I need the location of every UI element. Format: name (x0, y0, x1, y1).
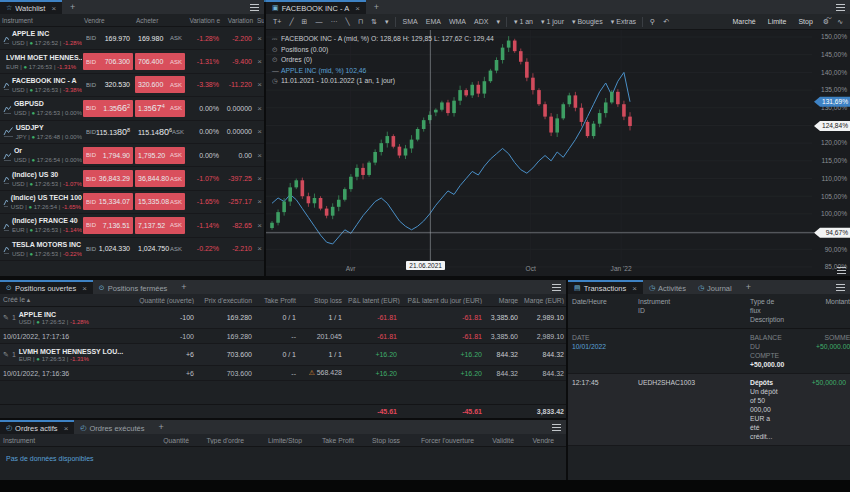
zoom-tool-icon[interactable]: ⚲ (647, 17, 658, 27)
draw-tool-icon[interactable]: ╲ (342, 17, 352, 27)
positions-toggle-icon[interactable]: ⊙ (272, 45, 281, 56)
chart-menu-icon[interactable] (836, 4, 845, 11)
bid-cell[interactable]: BID706.300 (83, 53, 133, 70)
ask-cell[interactable]: 1,024.750ASK (135, 240, 185, 257)
tab-open-positions[interactable]: ⊙ Positions ouvertes × (0, 280, 93, 294)
bid-cell[interactable]: BID36,843.29 (83, 170, 133, 187)
remove-instrument-icon[interactable]: × (255, 221, 264, 230)
remove-instrument-icon[interactable]: × (255, 104, 264, 113)
position-row[interactable]: ✎1LVMH MOET HENNESSY LOU...EUR | ● 17:26… (0, 344, 566, 366)
draw-tool-icon[interactable]: T+ (270, 17, 284, 26)
remove-instrument-icon[interactable]: × (255, 34, 264, 43)
position-stop-loss[interactable]: 201.045 (299, 333, 345, 340)
watchlist-menu-icon[interactable] (250, 4, 259, 11)
watchlist-row[interactable]: OrUSD | ● 17:26:54 | 0.00%BID1,794.901,7… (0, 144, 264, 167)
tab-active-orders[interactable]: ◴ Ordres actifs × (0, 420, 74, 434)
orders-toggle-icon[interactable]: ⊙ (272, 55, 281, 66)
positions-menu-icon[interactable] (552, 284, 561, 291)
position-stop-loss[interactable]: 1 / 1 (299, 314, 345, 321)
ask-cell[interactable]: 706.400ASK (135, 53, 185, 70)
bid-cell[interactable]: BID1,024.330 (83, 240, 133, 257)
remove-instrument-icon[interactable]: × (255, 174, 264, 183)
pulse-icon[interactable]: ∿ (834, 17, 846, 27)
bid-cell[interactable]: BID115.13808 (83, 123, 133, 140)
edit-position-icon[interactable]: ✎ (3, 314, 9, 322)
add-orders-tab-button[interactable]: + (150, 420, 171, 434)
add-chart-tab-button[interactable]: + (366, 0, 387, 14)
close-icon[interactable]: × (355, 4, 360, 13)
bid-cell[interactable]: BID1,794.90 (83, 147, 133, 164)
chart-select[interactable]: ▾ 1 jour (538, 17, 567, 27)
chart-bottom-menu-icon[interactable] (837, 267, 846, 274)
remove-instrument-icon[interactable]: × (255, 244, 264, 253)
chart-select[interactable]: ▾ 1 an (511, 17, 536, 27)
remove-instrument-icon[interactable]: × (255, 57, 264, 66)
ask-cell[interactable]: 169.980ASK (135, 30, 185, 47)
indicator-button[interactable]: SMA (400, 17, 421, 26)
position-take-profit[interactable]: -- (255, 333, 299, 340)
ask-cell[interactable]: 36,844.80ASK (135, 170, 185, 187)
watchlist-row[interactable]: FACEBOOK INC - AUSD | ● 17:26:53 | -3.38… (0, 74, 264, 97)
watchlist-row[interactable]: TESLA MOTORS INCUSD | ● 17:26:53 | -0.22… (0, 238, 264, 261)
indicator-button[interactable]: WMA (446, 17, 469, 26)
bid-cell[interactable]: BID1.35662 (83, 100, 133, 117)
position-row[interactable]: ✎1APPLE INCUSD | ● 17:26:52 | -1.28%-100… (0, 307, 566, 329)
remove-instrument-icon[interactable]: × (255, 80, 264, 89)
tab-activities[interactable]: ◷ Activités (643, 280, 692, 294)
ask-cell[interactable]: 1,795.20ASK (135, 147, 185, 164)
position-take-profit[interactable]: -- (255, 370, 299, 377)
close-icon[interactable]: × (82, 284, 87, 293)
transactions-menu-icon[interactable] (836, 284, 845, 291)
ask-cell[interactable]: 115.14806ASK (135, 123, 185, 140)
market-order-button[interactable]: Marché (727, 17, 760, 26)
chart-select[interactable]: ▾ Bougies (569, 17, 606, 27)
position-take-profit[interactable]: 0 / 1 (255, 351, 299, 358)
watchlist-row[interactable]: LVMH MOET HENNES...EUR | ● 17:26:53 | -1… (0, 50, 264, 73)
watchlist-row[interactable]: GBPUSDUSD | ● 17:26:53 | 0.00%BID1.35662… (0, 97, 264, 120)
stop-order-button[interactable]: Stop (793, 17, 817, 26)
tab-chart-facebook[interactable]: ▣ FACEBOOK INC - A × (266, 0, 366, 14)
remove-instrument-icon[interactable]: × (255, 151, 264, 160)
tab-journal[interactable]: ◷ Journal (692, 280, 738, 294)
watchlist-row[interactable]: (Indice) US 30USD | ● 17:26:53 | -1.07%B… (0, 167, 264, 190)
indicator-dropdown-caret-icon[interactable]: ▾ (493, 17, 503, 27)
ask-cell[interactable]: 15,335.08ASK (135, 193, 185, 210)
close-icon[interactable]: × (51, 4, 56, 13)
draw-tool-icon[interactable]: ╱ (286, 17, 296, 27)
bid-cell[interactable]: BID169.970 (83, 30, 133, 47)
tab-transactions[interactable]: ▤ Transactions × (568, 280, 643, 294)
edit-position-icon[interactable]: ✎ (3, 351, 9, 359)
draw-tool-icon[interactable]: ― (312, 17, 325, 26)
watchlist-row[interactable]: USDJPYJPY | ● 17:26:48 | 0.00%BID115.138… (0, 121, 264, 144)
draw-tool-icon[interactable]: ⊓ (355, 17, 366, 27)
ask-cell[interactable]: 7,137.52ASK (135, 217, 185, 234)
transaction-row[interactable]: 12:17:45 UEDH2SHAC1003 Dépôts Un dépôt o… (568, 374, 850, 446)
watchlist-row[interactable]: APPLE INCUSD | ● 17:26:52 | -1.28%BID169… (0, 27, 264, 50)
orders-menu-icon[interactable] (552, 424, 561, 431)
tab-watchlist[interactable]: ☆ Watchlist × (0, 0, 62, 14)
close-icon[interactable]: × (632, 284, 637, 293)
tab-closed-positions[interactable]: ⊙ Positions fermées (93, 280, 173, 294)
bid-cell[interactable]: BID7,136.51 (83, 217, 133, 234)
indicator-button[interactable]: ADX (471, 17, 491, 26)
add-positions-tab-button[interactable]: + (173, 280, 194, 294)
bid-cell[interactable]: BID15,334.07 (83, 193, 133, 210)
tab-executed-orders[interactable]: ◴ Ordres exécutés (74, 420, 150, 434)
position-stop-loss[interactable]: 1 / 1 (299, 351, 345, 358)
add-transactions-tab-button[interactable]: + (738, 280, 759, 294)
position-row[interactable]: 10/01/2022, 17:17:16-100169.280--201.045… (0, 329, 566, 344)
gear-icon[interactable]: ⚙͠ (820, 17, 832, 27)
remove-instrument-icon[interactable]: × (255, 197, 264, 206)
position-row[interactable]: 10/01/2022, 17:16:36+6703.600--⚠ 568.428… (0, 366, 566, 381)
draw-tool-icon[interactable]: ⇅ (368, 17, 380, 27)
draw-tool-icon[interactable]: ⊞ (299, 17, 311, 27)
chart-plot-area[interactable]: ⎓FACEBOOK INC - A (mid, %) O: 128,68 H: … (266, 30, 850, 276)
draw-tool-icon[interactable]: ⋯ (327, 17, 340, 27)
position-stop-loss[interactable]: ⚠ 568.428 (299, 369, 345, 377)
indicator-button[interactable]: EMA (423, 17, 444, 26)
watchlist-row[interactable]: (Indice) US TECH 100USD | ● 17:26:54 | -… (0, 191, 264, 214)
position-take-profit[interactable]: 0 / 1 (255, 314, 299, 321)
undo-icon[interactable]: ↶ (660, 17, 672, 27)
ask-cell[interactable]: 1.35674ASK (135, 100, 185, 117)
chart-select[interactable]: ▾ Extras (608, 17, 639, 27)
